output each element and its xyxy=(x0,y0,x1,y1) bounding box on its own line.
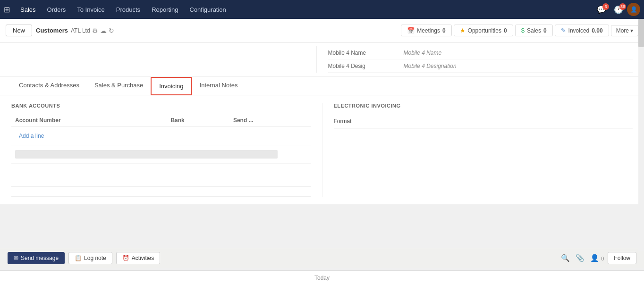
app-grid-icon[interactable]: ⊞ xyxy=(4,5,10,14)
col-account-number: Account Number xyxy=(11,114,167,127)
more-button[interactable]: More ▾ xyxy=(611,25,638,36)
new-button[interactable]: New xyxy=(6,25,32,36)
mobile4-desig-row: Mobile 4 Desig Mobile 4 Designation xyxy=(328,59,633,73)
nav-orders[interactable]: Orders xyxy=(42,0,71,19)
opportunities-button[interactable]: ★ Opportunities 0 xyxy=(454,25,513,36)
invoiced-value: 0.00 xyxy=(592,27,602,34)
invoice-icon: ✎ xyxy=(561,27,566,34)
breadcrumb-company: ATL Ltd xyxy=(71,27,90,34)
col-bank: Bank xyxy=(167,114,229,127)
sales-label: Sales xyxy=(527,27,541,34)
breadcrumb-customers[interactable]: Customers xyxy=(36,27,68,34)
invoiced-button[interactable]: ✎ Invoiced 0.00 xyxy=(555,25,609,36)
sales-count: 0 xyxy=(543,27,547,34)
nav-products[interactable]: Products xyxy=(111,0,145,19)
mobile4-desig-label: Mobile 4 Desig xyxy=(328,63,404,69)
bank-accounts-title: BANK ACCOUNTS xyxy=(11,103,311,109)
mobile4-name-value[interactable]: Mobile 4 Name xyxy=(404,50,442,56)
breadcrumb: Customers ATL Ltd ⚙ ☁ ↻ xyxy=(36,27,114,34)
tabs-bar: Contacts & Addresses Sales & Purchase In… xyxy=(0,77,644,95)
more-label: More xyxy=(616,27,629,34)
table-row: Add a line xyxy=(11,127,311,145)
nav-to-invoice[interactable]: To Invoice xyxy=(72,0,110,19)
electronic-invoicing-section: ELECTRONIC INVOICING Format xyxy=(322,103,633,197)
nav-sales[interactable]: Sales xyxy=(16,0,41,19)
chat-badge: 3 xyxy=(602,3,609,10)
format-value[interactable] xyxy=(390,116,633,126)
stat-buttons: 📅 Meetings 0 ★ Opportunities 0 $ Sales 0… xyxy=(401,25,638,36)
tab-sales-purchase[interactable]: Sales & Purchase xyxy=(87,77,151,95)
meetings-button[interactable]: 📅 Meetings 0 xyxy=(401,25,451,36)
mobile4-desig-value[interactable]: Mobile 4 Designation xyxy=(404,63,457,69)
cloud-icon[interactable]: ☁ xyxy=(100,27,107,34)
section-content: BANK ACCOUNTS Account Number Bank Send .… xyxy=(0,95,644,204)
format-label: Format xyxy=(334,118,390,125)
chat-icon[interactable]: 💬 3 xyxy=(597,5,606,14)
opportunities-count: 0 xyxy=(504,27,507,34)
meetings-label: Meetings xyxy=(417,27,440,34)
mobile4-name-label: Mobile 4 Name xyxy=(328,50,404,56)
bank-accounts-section: BANK ACCOUNTS Account Number Bank Send .… xyxy=(11,103,322,197)
top-nav: ⊞ Sales Orders To Invoice Products Repor… xyxy=(0,0,644,19)
format-row: Format xyxy=(334,114,633,129)
table-row xyxy=(11,145,311,164)
sales-button[interactable]: $ Sales 0 xyxy=(515,25,553,36)
empty-bar xyxy=(15,150,278,159)
user-avatar[interactable]: 👤 xyxy=(627,3,640,16)
clock-badge: 36 xyxy=(619,3,626,10)
scrollbar-track[interactable] xyxy=(638,19,644,204)
tab-internal-notes[interactable]: Internal Notes xyxy=(192,77,246,95)
gear-icon[interactable]: ⚙ xyxy=(92,27,98,34)
invoiced-label: Invoiced xyxy=(568,27,590,34)
sub-header: New Customers ATL Ltd ⚙ ☁ ↻ 📅 Meetings 0… xyxy=(0,19,644,42)
calendar-icon: 📅 xyxy=(407,27,415,34)
clock-icon[interactable]: 🕐 36 xyxy=(614,5,623,14)
scrollbar-thumb[interactable] xyxy=(638,19,644,47)
mobile4-name-row: Mobile 4 Name Mobile 4 Name xyxy=(328,46,633,59)
nav-configuration[interactable]: Configuration xyxy=(185,0,231,19)
nav-reporting[interactable]: Reporting xyxy=(147,0,183,19)
col-send: Send ... xyxy=(229,114,311,127)
more-chevron-icon: ▾ xyxy=(630,27,633,34)
electronic-invoicing-title: ELECTRONIC INVOICING xyxy=(334,103,633,109)
dollar-icon: $ xyxy=(521,27,525,34)
star-icon: ★ xyxy=(460,27,466,34)
main-content: Mobile 4 Name Mobile 4 Name Mobile 4 Des… xyxy=(0,42,644,204)
meetings-count: 0 xyxy=(442,27,446,34)
bank-accounts-table: Account Number Bank Send ... Add a line xyxy=(11,114,311,164)
add-line-link[interactable]: Add a line xyxy=(15,130,307,142)
refresh-icon[interactable]: ↻ xyxy=(109,27,114,34)
tab-contacts-addresses[interactable]: Contacts & Addresses xyxy=(11,77,87,95)
tab-invoicing[interactable]: Invoicing xyxy=(151,77,192,95)
opportunities-label: Opportunities xyxy=(468,27,501,34)
